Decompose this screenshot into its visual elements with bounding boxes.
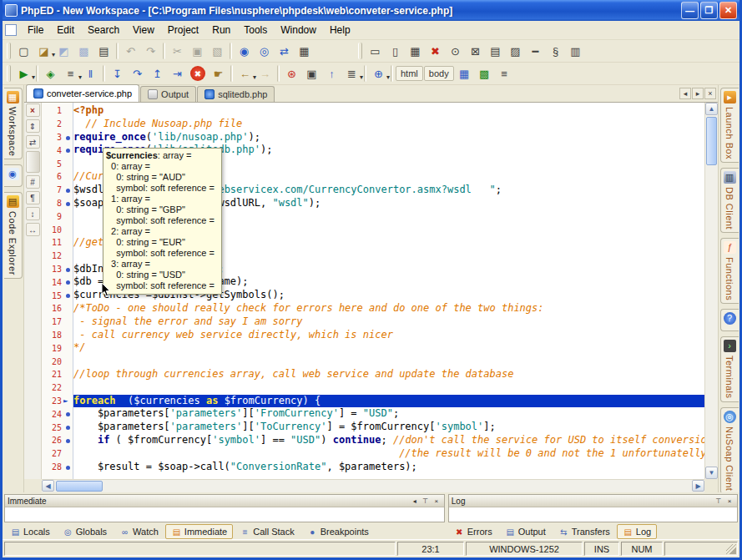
tab-sqlitedb[interactable]: sqlitedb.php <box>197 86 275 102</box>
window-layout-button[interactable]: ▣ <box>302 64 321 83</box>
insert-text-field-button[interactable]: ▯ <box>386 42 405 60</box>
insert-hr-button[interactable]: ━ <box>526 42 545 60</box>
gutter-line[interactable]: 2 <box>42 118 73 131</box>
insert-list-button[interactable]: ▤ <box>486 42 505 60</box>
gutter-line[interactable]: 13 <box>42 263 73 276</box>
tab-log[interactable]: ▤ Log <box>617 524 657 539</box>
close-file-button[interactable]: × <box>704 88 716 99</box>
tab-call-stack[interactable]: ≡ Call Stack <box>234 524 300 539</box>
vscroll-thumb[interactable] <box>706 117 717 165</box>
save-button[interactable]: ◩ <box>54 42 73 60</box>
replace-button[interactable]: ⇄ <box>275 42 294 60</box>
immediate-content[interactable] <box>5 507 444 522</box>
pin-button[interactable]: ⊤ <box>714 496 724 506</box>
code-line[interactable]: $parameters['parameters']['FromCurrency'… <box>73 407 704 421</box>
html-tag-button[interactable]: html <box>396 66 423 81</box>
gutter-line[interactable]: 6 <box>42 170 73 184</box>
code-line[interactable]: require_once('lib/nusoap.php'); <box>73 131 704 144</box>
scroll-sync-button[interactable]: ⇕ <box>26 119 40 133</box>
gutter-line[interactable]: 19 <box>42 341 73 355</box>
gutter-line[interactable]: 25 <box>42 421 73 434</box>
open-file-button[interactable]: ◪ <box>34 42 53 60</box>
step-into-button[interactable]: ↧ <box>108 64 127 83</box>
redo-button[interactable]: ↷ <box>141 42 160 60</box>
scroll-right-icon[interactable]: ▶ <box>692 480 704 492</box>
run-in-browser-button[interactable]: ◈ <box>41 64 60 83</box>
editor-vscrollbar[interactable]: ▲ ▼ <box>704 103 718 479</box>
copy-button[interactable]: ▣ <box>188 42 207 60</box>
tab-conveter-service[interactable]: conveter-service.php <box>26 84 139 102</box>
code-line[interactable]: //the result will be 0 and not the 1 unf… <box>73 447 704 461</box>
gutter-line[interactable]: 22 <box>42 381 73 395</box>
gutter-line[interactable]: 10 <box>42 223 73 236</box>
code-line[interactable]: */ <box>73 341 704 355</box>
gutter-line[interactable]: 27 <box>42 447 73 461</box>
gutter-line[interactable]: 23► <box>42 395 73 408</box>
titlebar[interactable]: PhpED - New Workspace - [C:\Program File… <box>3 0 739 21</box>
tab-watch[interactable]: ∞ Watch <box>114 524 164 539</box>
save-all-button[interactable]: ▩ <box>74 42 93 60</box>
db-client-tab[interactable]: ▥ DB Client <box>720 168 739 233</box>
gutter-line[interactable]: 16 <box>42 302 73 315</box>
launch-box-tab[interactable]: ▸ Launch Box <box>720 88 739 163</box>
close-button[interactable]: ✕ <box>719 2 737 19</box>
code-line[interactable]: /*ToDo - one should really check for err… <box>73 302 704 315</box>
find-next-button[interactable]: ◎ <box>255 42 274 60</box>
pause-button[interactable]: ‖ <box>81 64 100 83</box>
gutter-line[interactable]: 18 <box>42 329 73 342</box>
gutter-line[interactable]: 17 <box>42 315 73 329</box>
new-file-button[interactable]: ▢ <box>14 42 33 60</box>
help-tab[interactable]: ? <box>720 309 739 331</box>
menu-search[interactable]: Search <box>81 22 126 38</box>
menu-window[interactable]: Window <box>274 22 323 38</box>
run-to-cursor-button[interactable]: ⇥ <box>168 64 187 83</box>
log-content[interactable] <box>449 507 737 522</box>
log-caption[interactable]: Log ⊤× <box>449 495 737 507</box>
gutter-line[interactable]: 12 <box>42 250 73 263</box>
undo-button[interactable]: ↶ <box>121 42 140 60</box>
scroll-tabs-left-button[interactable]: ◂ <box>679 88 691 99</box>
tab-transfers[interactable]: ⇆ Transfers <box>553 524 616 539</box>
insert-radio-button[interactable]: ⊙ <box>446 42 465 60</box>
paste-button[interactable]: ▧ <box>208 42 227 60</box>
insert-form-button[interactable]: ▭ <box>366 42 385 60</box>
gutter-line[interactable]: 4 <box>42 144 73 157</box>
gutter-line[interactable]: 8 <box>42 197 73 210</box>
menu-file[interactable]: File <box>21 22 50 38</box>
editor-close-button[interactable]: × <box>26 103 40 117</box>
tab-breakpoints[interactable]: ● Breakpoints <box>301 524 375 539</box>
gutter-line[interactable]: 1 <box>42 104 73 118</box>
more-tools-button[interactable]: ≡ <box>495 64 514 83</box>
navigate-forward-button[interactable]: → <box>255 64 275 83</box>
float-button[interactable]: ◂ <box>410 496 420 506</box>
code-line[interactable]: $result = $soap->call("ConversionRate", … <box>73 461 704 474</box>
scroll-up-icon[interactable]: ▲ <box>705 103 718 115</box>
tools-button[interactable]: ⊛ <box>282 64 301 83</box>
code-line[interactable]: foreach ($currencies as $fromCurrency) { <box>73 395 704 408</box>
menu-help[interactable]: Help <box>323 22 357 38</box>
insert-checkbox-button[interactable]: ⊠ <box>466 42 485 60</box>
scroll-tabs-right-button[interactable]: ▸ <box>692 88 704 99</box>
tab-globals[interactable]: ◎ Globals <box>57 524 113 539</box>
code-line[interactable] <box>73 381 704 395</box>
insert-image-button[interactable]: ▨ <box>506 42 525 60</box>
preview-button[interactable]: ▥ <box>566 42 585 60</box>
tab-output[interactable]: Output <box>140 86 196 102</box>
code-line[interactable] <box>73 355 704 368</box>
tab-locals[interactable]: ▤ Locals <box>4 524 56 539</box>
insert-table-button[interactable]: ▦ <box>406 42 425 60</box>
swap-view-button[interactable]: ⇄ <box>26 135 40 149</box>
run-button[interactable]: ▶ <box>14 64 33 83</box>
cut-button[interactable]: ✂ <box>168 42 187 60</box>
navigate-back-button[interactable]: ← <box>235 64 255 83</box>
code-line[interactable]: // Include Nusoap.php file <box>73 118 704 131</box>
code-explorer-tab[interactable]: ▤ Code Explorer <box>4 192 23 279</box>
gutter-line[interactable]: 20 <box>42 355 73 368</box>
editor-gutter[interactable]: 1234567891011121314151617181920212223►24… <box>42 103 73 479</box>
find-button[interactable]: ◉ <box>235 42 254 60</box>
insert-anchor-button[interactable]: § <box>546 42 565 60</box>
gutter-line[interactable]: 3 <box>42 131 73 144</box>
gutter-line[interactable]: 14 <box>42 275 73 289</box>
run-options-button[interactable]: ≡ <box>61 64 80 83</box>
menu-project[interactable]: Project <box>161 22 205 38</box>
